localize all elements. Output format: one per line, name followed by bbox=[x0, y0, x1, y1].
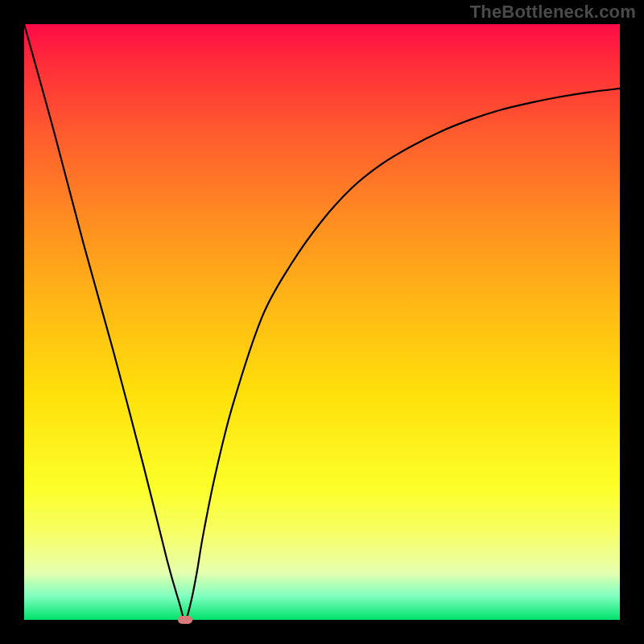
watermark-text: TheBottleneck.com bbox=[470, 2, 636, 23]
plot-area bbox=[24, 24, 620, 620]
minimum-marker bbox=[178, 616, 192, 624]
curve-svg bbox=[24, 24, 620, 620]
bottleneck-curve bbox=[24, 24, 620, 620]
chart-frame: TheBottleneck.com bbox=[0, 0, 644, 644]
